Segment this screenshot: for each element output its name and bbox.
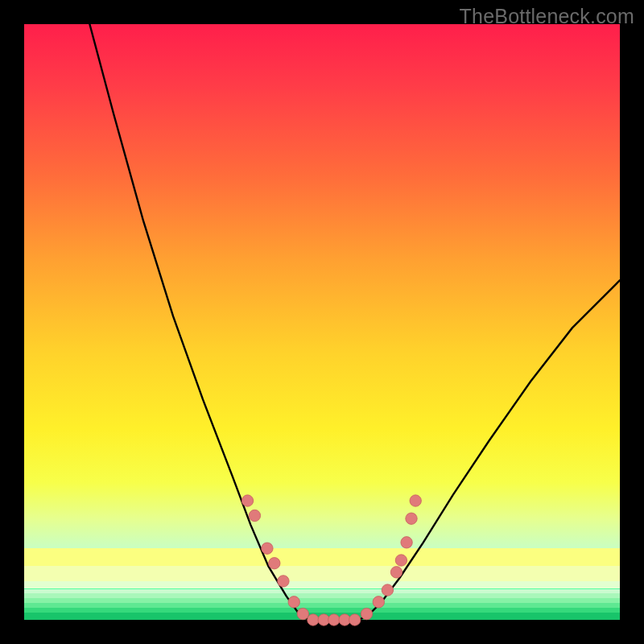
- bottleneck-curve: [89, 24, 620, 620]
- watermark-text: TheBottleneck.com: [460, 5, 634, 28]
- chart-svg: [24, 24, 620, 620]
- data-marker: [249, 510, 260, 521]
- outer-frame: TheBottleneck.com: [0, 0, 644, 644]
- data-marker: [401, 537, 412, 548]
- data-marker: [406, 513, 417, 524]
- data-marker: [262, 543, 273, 554]
- plot-area: [24, 24, 620, 620]
- data-marker: [297, 608, 308, 619]
- data-marker: [390, 567, 402, 578]
- data-marker: [410, 495, 421, 506]
- data-marker: [382, 584, 393, 596]
- data-marker: [288, 597, 299, 608]
- data-marker: [349, 614, 361, 625]
- data-marker: [269, 558, 280, 569]
- data-marker: [361, 608, 372, 619]
- data-markers: [242, 495, 421, 625]
- data-marker: [308, 614, 319, 625]
- data-marker: [328, 614, 340, 625]
- data-marker: [278, 576, 289, 587]
- data-marker: [242, 495, 253, 506]
- data-marker: [395, 555, 407, 566]
- data-marker: [373, 597, 384, 608]
